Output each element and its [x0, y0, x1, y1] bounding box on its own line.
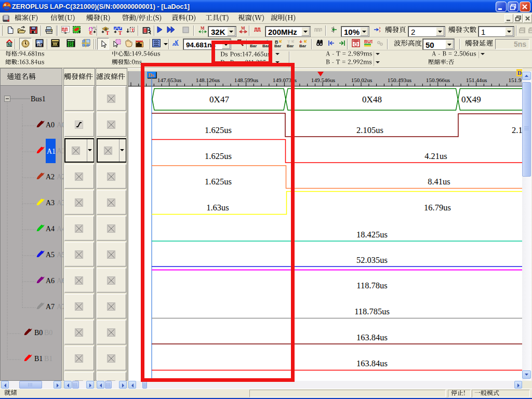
svg-text:151.44us: 151.44us [466, 77, 487, 83]
svg-text:010: 010 [68, 44, 74, 48]
svg-text:M: M [241, 26, 245, 31]
svg-text:150.966us: 150.966us [426, 77, 450, 83]
svg-text:150.493us: 150.493us [388, 77, 411, 83]
svg-text:0X48: 0X48 [362, 95, 382, 104]
svg-text:52.035us: 52.035us [356, 255, 388, 265]
svg-text:118.78us: 118.78us [356, 281, 387, 290]
svg-text:149.546us: 149.546us [311, 77, 335, 83]
svg-text:0X49: 0X49 [461, 95, 481, 104]
svg-text:4.21us: 4.21us [424, 151, 447, 161]
svg-text:N: N [8, 42, 11, 47]
svg-text:E: E [89, 30, 92, 35]
svg-text:16.79us: 16.79us [424, 203, 451, 212]
svg-text:D: D [517, 70, 522, 76]
svg-text:Hz: Hz [37, 43, 42, 47]
svg-text:163.84us: 163.84us [356, 358, 388, 368]
svg-text:151.9: 151.9 [508, 77, 522, 83]
svg-text:18.425us: 18.425us [356, 230, 388, 240]
svg-text:Bar: Bar [274, 44, 281, 48]
svg-text:Bar: Bar [299, 44, 306, 48]
svg-text:163.84us: 163.84us [356, 332, 388, 342]
svg-text:Bar: Bar [287, 44, 294, 48]
svg-text:M: M [201, 26, 205, 31]
svg-text:8.41us: 8.41us [428, 177, 450, 187]
svg-text:118.785us: 118.785us [354, 307, 390, 316]
svg-text:2.1: 2.1 [512, 125, 523, 135]
svg-text:T: T [131, 28, 135, 33]
svg-text:BUS: BUS [364, 39, 373, 44]
svg-text:T: T [118, 30, 122, 35]
svg-text:2.105us: 2.105us [356, 125, 383, 135]
svg-text:T: T [106, 30, 110, 35]
svg-text:150.02us: 150.02us [351, 77, 373, 83]
